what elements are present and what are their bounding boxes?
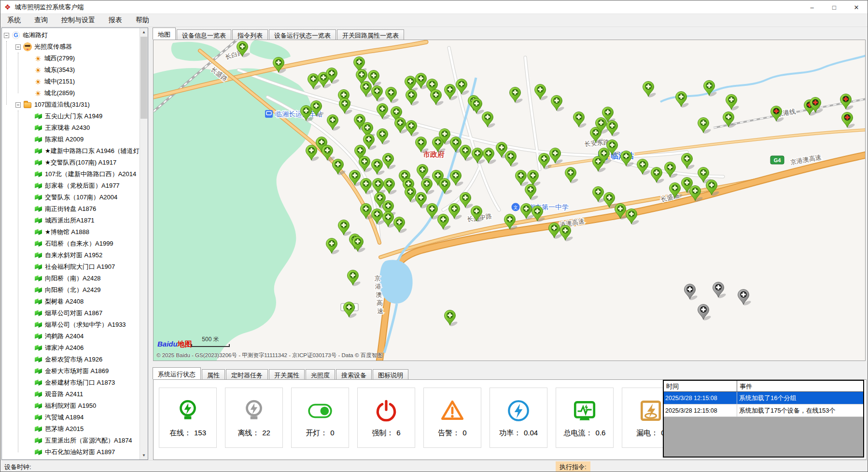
tree-item-1-11[interactable]: 石咀桥（自来水）A1999 [2,238,140,250]
bottom-tab-5[interactable]: 搜索设备 [336,369,372,379]
bottom-tab-bar: 系统运行状态属性定时器任务开关属性光照度搜索设备图标说明 [151,367,868,379]
menu-item-0[interactable]: 系统 [0,14,28,27]
device-flag-icon [35,368,42,375]
tree-expander-icon[interactable] [15,44,21,50]
event-row-0[interactable]: 2025/3/28 12:15:08系统加载了16个分组 [664,392,863,404]
bottom-panel: 系统运行状态属性定时器任务开关属性光照度搜索设备图标说明 在线：153离线：22… [151,367,868,460]
bottom-tab-0[interactable]: 系统运行状态 [153,367,201,379]
device-flag-icon [35,171,42,178]
tree-item-1-29[interactable]: 中石化加油站对面 A1897 [2,446,140,458]
light-sensor-icon: ☀ [35,67,41,74]
horizontal-splitter[interactable] [151,361,868,367]
scrollbar-thumb[interactable] [140,37,147,119]
bottom-tab-6[interactable]: 图标说明 [373,369,408,379]
baidu-map-canvas[interactable]: 长白路长盛路临湘长运汽车站市政府长安东路京港线京港澳高速临湘站文临湘市第一中学长… [154,40,866,361]
tree-item-label: 五尖山大门东 A1949 [45,112,102,121]
tree-item-1-4[interactable]: ★交警队西(107南) A1917 [2,157,140,168]
close-button[interactable]: ✕ [845,0,868,14]
tree-item-1-18[interactable]: 烟草公司（求知中学）A1933 [2,319,140,331]
tree-item-1-21[interactable]: 金桥农贸市场 A1926 [2,354,140,365]
tree-item-1-8[interactable]: 南正街转盘 A1876 [2,203,140,215]
svg-text:文: 文 [514,205,518,210]
tree-item-1-6[interactable]: 彭家巷（党校后面）A1977 [2,180,140,192]
tree-item-label: 福利院对面 A1950 [45,402,96,410]
bottom-tab-1[interactable]: 属性 [202,369,225,379]
tree-item-1-20[interactable]: 谭家冲 A2406 [2,342,140,354]
tree-item-1-28[interactable]: 五里派出所（富源汽配）A1874 [2,435,140,446]
menu-item-2[interactable]: 控制与设置 [55,14,102,27]
tree-item-1-23[interactable]: 金桥建材市场门口 A1873 [2,377,140,389]
tree-item-label: 交警队东（107南）A2004 [45,193,117,202]
tree-item-1-5[interactable]: 107北（建新中路路口西）A2014 [2,168,140,180]
tree-item-1-14[interactable]: 向阳桥（南）A2428 [2,273,140,284]
bottom-tab-4[interactable]: 光照度 [306,369,335,379]
tree-item-1-3[interactable]: ★建新中路路口东 A1946（辅道灯） [2,145,140,157]
bottom-tab-2[interactable]: 定时器任务 [226,369,268,379]
menu-item-3[interactable]: 报表 [102,14,129,27]
tree-item-1-10[interactable]: ★博物馆 A1888 [2,226,140,238]
tree-item-1-26[interactable]: 汽贸城 A1894 [2,412,140,423]
tree-item-1-12[interactable]: 自来水斜对面 A1952 [2,250,140,261]
device-tree: G临湘路灯光照度传感器☀城西(2799)☀城东(3543)☀城中(2151)☀城… [2,28,140,459]
tree-item-group-0[interactable]: 光照度传感器 [2,41,140,53]
tree-item-1-19[interactable]: 鸿鹤路 A2404 [2,331,140,342]
tree-item-group-1[interactable]: 107国道沿线(31/31) [2,99,140,111]
maximize-button[interactable]: □ [823,0,845,14]
map-tab-3[interactable]: 设备运行状态一览表 [269,29,336,40]
tree-item-1-1[interactable]: 王家珑巷 A2430 [2,122,140,134]
tree-expander-icon[interactable] [15,102,21,108]
tree-item-label: 烟草公司（求知中学）A1933 [45,320,126,329]
tree-item-0-1[interactable]: ☀城东(3543) [2,64,140,76]
bulb-icon [175,398,201,424]
power-icon [373,398,399,424]
tree-item-label: 107北（建新中路路口西）A2014 [45,170,136,179]
status-card-6: 总电流：0.6 [556,388,614,448]
tree-item-0-0[interactable]: ☀城西(2799) [2,53,140,64]
tree-item-1-0[interactable]: 五尖山大门东 A1949 [2,111,140,122]
map-tab-0[interactable]: 地图 [153,28,176,40]
tree-item-1-22[interactable]: 金桥大市场对面 A1869 [2,365,140,377]
map-tab-1[interactable]: 设备信息一览表 [177,29,231,40]
tree-item-1-15[interactable]: 向阳桥（北）A2429 [2,284,140,296]
tree-item-1-27[interactable]: 芭茅塘 A2015 [2,423,140,435]
tree-item-1-17[interactable]: 烟草公司对面 A1867 [2,307,140,319]
baidu-logo-bai: Bai [157,340,168,348]
menu-item-4[interactable]: 帮助 [129,14,156,27]
light-sensor-icon: ☀ [35,90,41,97]
map-tab-4[interactable]: 开关回路属性一览表 [337,29,404,40]
tree-item-1-7[interactable]: 交警队东（107南）A2004 [2,192,140,203]
tree-item-1-16[interactable]: 梨树巷 A2408 [2,296,140,307]
tree-item-1-9[interactable]: 城西派出所A1871 [2,215,140,226]
tree-item-0-2[interactable]: ☀城中(2151) [2,76,140,87]
map-scale-text: 500 米 [191,335,230,344]
tree-item-0-3[interactable]: ☀城北(2859) [2,87,140,99]
tree-expander-icon[interactable] [4,33,9,38]
device-flag-icon [35,206,42,212]
scroll-up-icon[interactable]: ▲ [140,28,148,36]
tree-scrollbar[interactable]: ▲ ▼ [140,28,148,459]
tree-item-root[interactable]: G临湘路灯 [2,29,140,41]
system-status-panel: 在线：153离线：22开灯：0强制：6告警：0功率：0.04总电流：0.6漏电：… [153,379,867,460]
map-tab-2[interactable]: 指令列表 [232,29,268,40]
card-value: 153 [194,429,206,437]
device-flag-icon [35,298,42,305]
bottom-tab-3[interactable]: 开关属性 [269,369,305,379]
tree-item-1-25[interactable]: 福利院对面 A1950 [2,400,140,412]
menu-item-1[interactable]: 查询 [28,14,55,27]
device-flag-icon [35,182,42,189]
tree-item-1-2[interactable]: 陈家组 A2009 [2,134,140,145]
tree-item-1-24[interactable]: 观音路 A2411 [2,389,140,400]
scroll-down-icon[interactable]: ▼ [140,451,148,459]
minimize-button[interactable]: – [801,0,823,14]
event-log-table: 时间事件2025/3/28 12:15:08系统加载了16个分组2025/3/2… [663,380,864,458]
device-flag-icon [35,310,42,317]
event-row-1[interactable]: 2025/3/28 12:15:08系统加载了175个设备，在线153个 [664,404,863,417]
tree-item-1-13[interactable]: 社会福利院大门口 A1907 [2,261,140,273]
tree-item-label: 金桥大市场对面 A1869 [45,367,109,375]
card-value: 0 [462,429,466,437]
map-scale-bar [191,344,230,347]
folder-icon [24,101,31,108]
status-card-1: 离线：22 [225,388,283,448]
map-view[interactable]: 长白路长盛路临湘长运汽车站市政府长安东路京港线京港澳高速临湘站文临湘市第一中学长… [153,40,866,361]
tree-item-label: 自来水斜对面 A1952 [45,251,102,260]
